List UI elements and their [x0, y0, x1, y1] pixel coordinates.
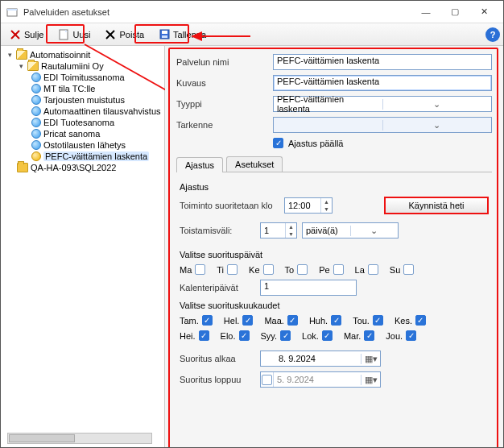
- collapse-icon[interactable]: ▾: [17, 62, 25, 70]
- start-date-label: Suoritus alkaa: [180, 354, 260, 363]
- description-input[interactable]: PEFC-väittämien laskenta: [273, 75, 492, 91]
- tab-schedule[interactable]: Ajastus: [176, 157, 223, 172]
- tree-item[interactable]: EDI Tuotesanoma: [2, 117, 163, 128]
- day-tue-checkbox[interactable]: [227, 264, 238, 275]
- titlebar: Palveluiden asetukset — ▢ ✕: [1, 1, 503, 23]
- tree-root-label: Automatisoinnit: [30, 50, 90, 60]
- maximize-button[interactable]: ▢: [440, 2, 469, 22]
- tree-company[interactable]: ▾ Rautalumiini Oy: [2, 60, 163, 72]
- close-window-button[interactable]: ✕: [469, 2, 498, 22]
- chevron-down-icon: ⌄: [382, 120, 492, 131]
- run-at-label: Toiminto suoritetaan klo: [180, 201, 284, 210]
- spin-down-icon[interactable]: ▼: [321, 205, 332, 213]
- calendar-days-label: Kalenteripäivät: [180, 283, 260, 292]
- start-date-input[interactable]: 8. 9.2024 ▦▾: [260, 351, 381, 367]
- month-feb-checkbox[interactable]: [242, 315, 253, 326]
- spin-down-icon[interactable]: ▼: [286, 230, 296, 238]
- pick-days-label: Valitse suorituspäivät: [180, 250, 489, 259]
- tree-item[interactable]: EDI Toimitussanoma: [2, 72, 163, 83]
- tree-item[interactable]: MT tila TC:lle: [2, 83, 163, 94]
- calendar-icon[interactable]: ▦▾: [361, 375, 380, 385]
- repeat-count-input[interactable]: [261, 223, 285, 238]
- day-mon-checkbox[interactable]: [195, 264, 205, 275]
- run-now-button[interactable]: Käynnistä heti: [384, 197, 489, 214]
- svg-rect-9: [162, 31, 167, 34]
- tree-item-selected[interactable]: PEFC-väittämien laskenta: [2, 151, 163, 162]
- repeat-count[interactable]: ▲▼: [260, 222, 297, 239]
- tab-settings[interactable]: Asetukset: [226, 156, 283, 172]
- service-icon: [31, 129, 41, 139]
- horizontal-scrollbar[interactable]: [7, 433, 152, 444]
- tree-server[interactable]: QA-HA-093\SQL2022: [2, 162, 163, 173]
- month-jul-checkbox[interactable]: [199, 330, 209, 341]
- repeat-unit-select[interactable]: päivä(ä)⌄: [302, 222, 399, 239]
- detail-panel: Palvelun nimi PEFC-väittämien laskenta K…: [165, 46, 503, 447]
- schedule-on-checkbox[interactable]: [273, 138, 283, 148]
- day-thu-checkbox[interactable]: [297, 264, 308, 275]
- tree-item[interactable]: Automaattinen tilausvahvistus: [2, 106, 163, 117]
- month-apr-checkbox[interactable]: [331, 315, 341, 326]
- calendar-days-input[interactable]: 1: [260, 280, 357, 296]
- calendar-icon[interactable]: ▦▾: [361, 354, 380, 364]
- day-sat-checkbox[interactable]: [368, 264, 378, 275]
- type-select[interactable]: PEFC-väittämien laskenta⌄: [273, 96, 492, 112]
- description-label: Kuvaus: [176, 78, 273, 88]
- run-at-time[interactable]: ▲▼: [284, 197, 333, 214]
- tree-item[interactable]: Tarjousten muistutus: [2, 94, 163, 106]
- close-label: Sulje: [24, 30, 43, 39]
- folder-icon: [17, 163, 28, 172]
- month-dec-checkbox[interactable]: [406, 330, 416, 341]
- month-nov-checkbox[interactable]: [364, 330, 374, 341]
- month-jan-checkbox[interactable]: [202, 315, 213, 326]
- end-date-enable-checkbox[interactable]: [262, 375, 272, 385]
- save-label: Tallenna: [173, 30, 206, 39]
- window-title: Palveluiden asetukset: [23, 7, 411, 17]
- service-icon: [31, 118, 41, 127]
- day-wed-checkbox[interactable]: [263, 264, 274, 275]
- chevron-down-icon: ⌄: [382, 99, 492, 110]
- month-oct-checkbox[interactable]: [322, 330, 333, 341]
- tree-item[interactable]: Ostotilausten lähetys: [2, 139, 163, 151]
- close-button[interactable]: Sulje: [4, 27, 49, 43]
- service-icon: [31, 84, 41, 93]
- end-date-label: Suoritus loppuu: [180, 375, 260, 384]
- new-label: Uusi: [72, 30, 90, 39]
- collapse-icon[interactable]: ▾: [6, 51, 14, 59]
- run-at-input[interactable]: [285, 198, 320, 213]
- day-sun-checkbox[interactable]: [403, 264, 414, 275]
- minimize-button[interactable]: —: [411, 2, 440, 22]
- spin-up-icon[interactable]: ▲: [286, 223, 296, 230]
- service-icon: [31, 73, 41, 82]
- tree-root[interactable]: ▾ Automatisoinnit: [2, 49, 163, 60]
- help-button[interactable]: ?: [485, 27, 500, 42]
- month-may-checkbox[interactable]: [373, 315, 383, 326]
- service-name-input[interactable]: PEFC-väittämien laskenta: [273, 54, 492, 70]
- specifier-select[interactable]: ⌄: [273, 117, 492, 133]
- app-window: Palveluiden asetukset — ▢ ✕ Sulje Uusi P…: [0, 0, 504, 448]
- month-aug-checkbox[interactable]: [239, 330, 250, 341]
- delete-button[interactable]: Poista: [99, 27, 150, 43]
- save-icon: [159, 29, 170, 40]
- month-mar-checkbox[interactable]: [287, 315, 298, 326]
- service-name-label: Palvelun nimi: [176, 57, 273, 67]
- new-icon: [58, 29, 69, 40]
- delete-label: Poista: [119, 30, 144, 39]
- month-sep-checkbox[interactable]: [280, 330, 291, 341]
- schedule-group-title: Ajastus: [180, 182, 489, 192]
- month-jun-checkbox[interactable]: [415, 315, 426, 326]
- month-picker-row2: Hei. Elo. Syy. Lok. Mar. Jou.: [180, 330, 489, 341]
- end-date-input[interactable]: 5. 9.2024 ▦▾: [260, 371, 381, 388]
- new-button[interactable]: Uusi: [52, 27, 96, 43]
- service-icon: [31, 151, 41, 161]
- svg-rect-10: [162, 35, 167, 38]
- close-icon: [10, 29, 21, 40]
- specifier-label: Tarkenne: [176, 120, 273, 130]
- tree-view[interactable]: ▾ Automatisoinnit ▾ Rautalumiini Oy EDI …: [1, 46, 165, 447]
- service-icon: [31, 95, 41, 105]
- day-fri-checkbox[interactable]: [333, 264, 344, 275]
- tabstrip: Ajastus Asetukset: [176, 156, 492, 172]
- spin-up-icon[interactable]: ▲: [321, 198, 332, 205]
- month-picker: Tam. Hel. Maa. Huh. Tou. Kes.: [180, 315, 489, 326]
- tree-item[interactable]: Pricat sanoma: [2, 128, 163, 139]
- save-button[interactable]: Tallenna: [153, 27, 212, 43]
